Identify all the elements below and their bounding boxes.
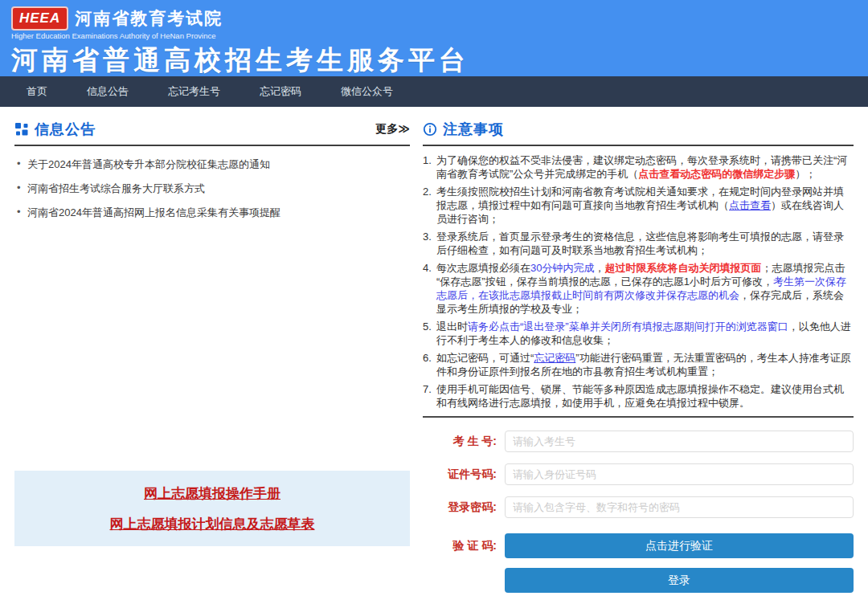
note-text: 超过时限系统将自动关闭填报页面 [604,262,761,274]
nav-item-4[interactable]: 忘记密码 [253,84,308,99]
notes-header: 注意事项 [423,120,854,146]
note-text: 请务必点击“退出登录”菜单并关闭所有填报志愿期间打开的浏览器窗口 [468,320,788,333]
main-content: 信息公告 更多≫ 关于2024年普通高校专升本部分院校征集志愿的通知河南省招生考… [0,107,868,600]
captcha-label: 验 证 码: [423,539,505,553]
nav-item-5[interactable]: 微信公众号 [334,84,399,99]
note-text: 登录系统后，首页显示登录考生的资格信息，这些信息将影响考生可填报的志愿，请登录后… [436,231,844,256]
page-header: HEEA 河南省教育考试院 Higher Education Examinati… [0,0,868,76]
announcement-link[interactable]: 河南省招生考试综合服务大厅联系方式 [14,177,410,201]
note-item: 为了确保您的权益不受非法侵害，建议绑定动态密码，每次登录系统时，请携带已关注“河… [423,153,854,181]
captcha-verify-button[interactable]: 点击进行验证 [505,533,854,558]
nav-item-2[interactable]: 信息公告 [80,84,135,99]
candidate-number-label: 考 生 号: [423,435,505,449]
notes-column: 注意事项 为了确保您的权益不受非法侵害，建议绑定动态密码，每次登录系统时，请携带… [423,120,854,600]
announcement-list: 关于2024年普通高校专升本部分院校征集志愿的通知河南省招生考试综合服务大厅联系… [14,153,410,225]
site-title: 河南省普通高校招生考生服务平台 [11,43,868,79]
logo-row: HEEA 河南省教育考试院 [11,6,868,31]
nav-item-3[interactable]: 忘记考生号 [162,84,227,99]
note-text: 退出时 [436,320,468,333]
note-item: 考生须按照院校招生计划和河南省教育考试院相关通知要求，在规定时间内登录网站并填报… [423,185,854,226]
note-item: 登录系统后，首页显示登录考生的资格信息，这些信息将影响考生可填报的志愿，请登录后… [423,230,854,257]
grid-icon [14,122,29,137]
form-divider [423,416,854,418]
note-text: 30分钟内完成 [530,262,594,274]
note-link[interactable]: 忘记密码 [534,352,575,364]
announcement-link[interactable]: 河南省2024年普通高招网上报名信息采集有关事项提醒 [14,201,410,225]
note-text: 使用手机可能因信号、锁屏、节能等多种原因造成志愿填报操作不稳定。建议使用台式机和… [436,383,844,409]
note-item: 每次志愿填报必须在30分钟内完成，超过时限系统将自动关闭填报页面；志愿填报完点击… [423,261,854,316]
id-number-row: 证件号码: [423,463,854,485]
nav-item-1[interactable]: 首页 [20,84,54,99]
candidate-number-input[interactable] [505,431,854,452]
announcements-title: 信息公告 [35,120,96,139]
note-link[interactable]: 点击查看动态密码的微信绑定步骤 [638,168,795,180]
password-input[interactable] [505,496,854,518]
announcement-link[interactable]: 关于2024年普通高校专升本部分院校征集志愿的通知 [14,153,410,177]
note-text: ， [594,262,604,274]
note-item: 使用手机可能因信号、锁屏、节能等多种原因造成志愿填报操作不稳定。建议使用台式机和… [423,382,854,410]
candidate-number-row: 考 生 号: [423,431,854,452]
org-name: 河南省教育考试院 [75,7,223,30]
note-item: 退出时请务必点击“退出登录”菜单并关闭所有填报志愿期间打开的浏览器窗口，以免他人… [423,320,854,347]
note-text: ）； [795,168,816,180]
download-link-2[interactable]: 网上志愿填报计划信息及志愿草表 [110,515,315,533]
org-name-english: Higher Education Examinations Authority … [11,31,868,40]
id-number-label: 证件号码: [423,467,505,482]
download-panel: 网上志愿填报操作手册网上志愿填报计划信息及志愿草表 [14,471,410,546]
notes-title: 注意事项 [443,120,504,139]
password-label: 登录密码: [423,500,505,515]
captcha-row: 验 证 码: 点击进行验证 [423,533,854,558]
login-button[interactable]: 登录 [505,568,854,593]
login-button-row: 登录 [505,568,854,593]
nav-menu: 首页信息公告忘记考生号忘记密码微信公众号 [0,76,868,107]
id-number-input[interactable] [505,463,854,485]
more-link[interactable]: 更多≫ [375,122,410,137]
note-text: 如忘记密码，可通过“ [436,352,534,364]
heea-logo: HEEA [11,6,68,31]
login-form: 考 生 号: 证件号码: 登录密码: 验 证 码: 点击进行验证 登录 考生注册 [423,431,854,600]
note-link[interactable]: 点击查看 [729,199,771,211]
info-icon [423,122,437,137]
note-text: 每次志愿填报必须在 [436,262,530,274]
announcements-header: 信息公告 更多≫ [14,120,410,146]
announcements-column: 信息公告 更多≫ 关于2024年普通高校专升本部分院校征集志愿的通知河南省招生考… [14,120,410,600]
download-link-1[interactable]: 网上志愿填报操作手册 [144,484,280,503]
password-row: 登录密码: [423,496,854,518]
note-item: 如忘记密码，可通过“忘记密码”功能进行密码重置，无法重置密码的，考生本人持准考证… [423,351,854,378]
notes-list: 为了确保您的权益不受非法侵害，建议绑定动态密码，每次登录系统时，请携带已关注“河… [423,153,854,410]
download-links: 网上志愿填报操作手册网上志愿填报计划信息及志愿草表 [110,484,315,533]
